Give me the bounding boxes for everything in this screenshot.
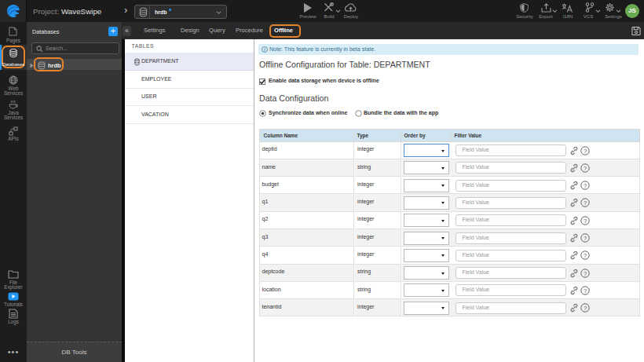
svg-text:?: ? <box>584 199 587 207</box>
svg-text:?: ? <box>584 182 587 189</box>
svg-text:?: ? <box>584 269 587 276</box>
svg-text:?: ? <box>584 305 587 312</box>
svg-text:?: ? <box>584 164 587 171</box>
svg-text:?: ? <box>584 147 587 154</box>
svg-text:?: ? <box>584 217 587 224</box>
svg-text:?: ? <box>584 287 587 294</box>
svg-text:?: ? <box>584 235 587 242</box>
svg-text:?: ? <box>584 252 587 259</box>
